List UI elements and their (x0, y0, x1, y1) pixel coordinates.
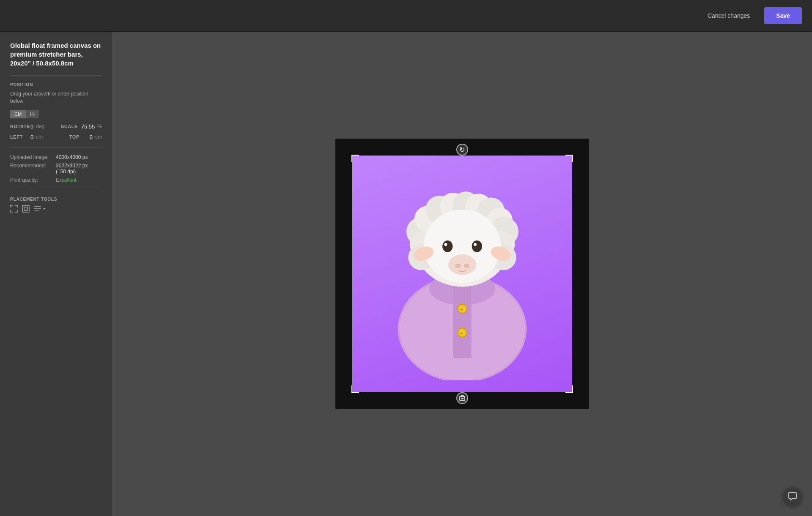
divider-2 (10, 147, 102, 147)
delete-handle[interactable] (456, 392, 468, 404)
svg-point-37 (464, 264, 469, 268)
top-value: 0 (90, 134, 93, 140)
sheep-image (352, 156, 572, 392)
sidebar: Global float framed canvas on premium st… (0, 32, 112, 516)
svg-rect-1 (24, 207, 27, 210)
unit-toggle: CM IN (10, 110, 102, 118)
uploaded-image-value: 4000x4000 px (56, 154, 88, 160)
left-label: LEFT (10, 134, 28, 139)
product-title: Global float framed canvas on premium st… (10, 41, 102, 68)
svg-point-36 (455, 264, 461, 268)
recommended-note: (150 dpi) (56, 169, 88, 175)
print-quality-row: Print quality: Excellent (10, 177, 102, 183)
recommended-value: 3022x3022 px (56, 163, 88, 169)
left-value: 0 (30, 134, 33, 140)
center-icon[interactable] (22, 205, 30, 213)
svg-point-32 (472, 240, 482, 252)
save-button[interactable]: Save (764, 7, 802, 24)
print-quality-value: Excellent (56, 177, 77, 183)
rotate-row: ROTATE 0 deg SCALE 75.55 % (10, 123, 102, 130)
uploaded-image-row: Uploaded image: 4000x4000 px (10, 154, 102, 160)
canvas-frame[interactable]: ↻ (335, 139, 589, 409)
svg-rect-0 (22, 205, 29, 212)
rotate-handle[interactable]: ↻ (456, 144, 468, 156)
canvas-area: ↻ (112, 32, 812, 516)
position-coords-row: LEFT 0 cm TOP 0 cm (10, 134, 102, 140)
main-layout: Global float framed canvas on premium st… (0, 32, 812, 516)
print-quality-label: Print quality: (10, 177, 52, 183)
scale-label: SCALE (61, 124, 79, 129)
rotate-value: 0 (30, 123, 33, 130)
recommended-label: Recommended: (10, 163, 52, 169)
unit-cm-button[interactable]: CM (10, 110, 26, 118)
svg-point-34 (473, 243, 476, 246)
placement-tools-row (10, 205, 102, 213)
align-icon[interactable] (34, 205, 47, 213)
recommended-row: Recommended: 3022x3022 px (150 dpi) (10, 163, 102, 175)
position-section-label: POSITION (10, 82, 102, 87)
cancel-button[interactable]: Cancel changes (700, 8, 757, 23)
rotate-unit: deg (36, 123, 44, 129)
scale-unit: % (97, 123, 102, 129)
divider-3 (10, 190, 102, 190)
top-unit: cm (95, 134, 102, 140)
divider-1 (10, 75, 102, 76)
top-label: TOP (69, 134, 87, 139)
svg-marker-5 (43, 208, 46, 210)
left-unit: cm (36, 134, 43, 140)
placement-tools-label: PLACEMENT TOOLS (10, 197, 102, 202)
unit-in-button[interactable]: IN (26, 110, 39, 118)
artwork-preview[interactable] (352, 156, 572, 392)
svg-point-11 (460, 309, 462, 311)
svg-rect-9 (453, 285, 471, 358)
svg-point-13 (460, 332, 462, 334)
chat-widget[interactable] (783, 487, 802, 506)
uploaded-image-label: Uploaded image: (10, 154, 52, 160)
top-bar: Cancel changes Save (0, 0, 812, 32)
position-description: Drag your artwork or enter position belo… (10, 90, 102, 105)
svg-point-33 (444, 243, 447, 246)
svg-point-31 (442, 240, 453, 252)
scale-value: 75.55 (81, 123, 95, 130)
rotate-label: ROTATE (10, 124, 28, 129)
expand-icon[interactable] (10, 205, 18, 213)
